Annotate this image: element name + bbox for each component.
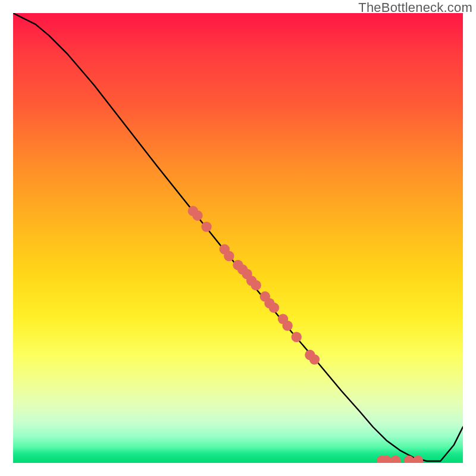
data-point xyxy=(413,456,423,463)
data-point xyxy=(282,321,292,331)
data-point xyxy=(251,280,261,290)
data-point xyxy=(309,354,320,364)
scatter-points xyxy=(188,206,423,463)
curve-line xyxy=(13,13,463,461)
data-point xyxy=(201,221,211,231)
data-point xyxy=(292,332,302,342)
chart-container: TheBottleneck.com xyxy=(0,0,476,476)
data-point xyxy=(269,302,279,312)
data-point xyxy=(192,211,202,221)
data-point xyxy=(224,251,234,261)
chart-svg xyxy=(13,13,463,463)
data-point xyxy=(390,456,400,463)
plot-area xyxy=(13,13,463,463)
